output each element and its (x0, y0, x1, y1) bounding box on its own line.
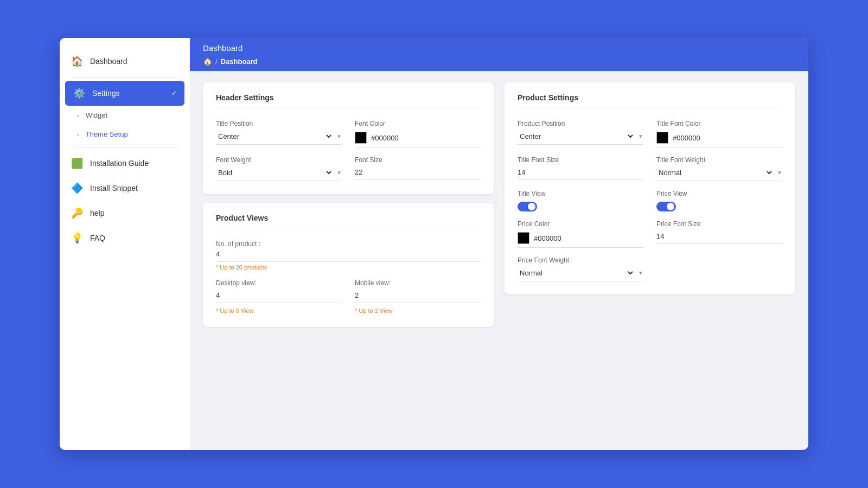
product-settings-title: Product Settings (518, 93, 782, 109)
price-color-control: #000000 (518, 232, 643, 248)
font-size-value: 22 (355, 168, 481, 180)
sidebar-item-installation-guide[interactable]: 🟩 Installation Guide (60, 151, 190, 176)
sidebar: 🏠 Dashboard ⚙️ Settings ✓ › Widget › The… (60, 38, 190, 450)
sidebar-installation-label: Installation Guide (90, 159, 149, 168)
mobile-view-group: Mobile view: 2 * Up to 2 View (355, 279, 481, 314)
desktop-view-label: Desktop view: (216, 279, 342, 287)
no-of-product-label: No. of product : (216, 240, 481, 248)
sidebar-snippet-label: Install Snippet (90, 184, 138, 192)
title-font-weight-group: Title Font Weight Normal Bold Light ▼ (656, 156, 782, 181)
title-font-color-group: Title Font Color #000000 (656, 120, 782, 147)
header-settings-form: Title Position Center Left Right ▼ (216, 120, 481, 181)
title-view-toggle-thumb (528, 203, 535, 210)
sidebar-item-help[interactable]: 🔑 help (60, 201, 190, 226)
mobile-view-value: 2 (355, 291, 481, 303)
sidebar-item-install-snippet[interactable]: 🔷 Install Snippet (60, 176, 190, 201)
product-position-group: Product Position Center Left Right ▼ (518, 120, 643, 147)
font-color-swatch[interactable] (355, 132, 367, 144)
title-font-color-control: #000000 (656, 132, 782, 147)
title-view-group: Title View (518, 190, 643, 211)
no-of-product-value: 4 (216, 250, 481, 262)
title-position-chevron-icon: ▼ (336, 133, 342, 139)
title-font-size-label: Title Font Size (518, 156, 643, 164)
title-view-toggle-track[interactable] (518, 202, 537, 211)
sidebar-item-dashboard[interactable]: 🏠 Dashboard (60, 49, 190, 74)
font-color-group: Font Color #000000 (355, 120, 481, 147)
sidebar-item-widget[interactable]: › Widget (60, 106, 190, 125)
main-content: Dashboard 🏠 / Dashboard Header Settings (190, 38, 808, 450)
font-color-label: Font Color (355, 120, 481, 127)
title-position-group: Title Position Center Left Right ▼ (216, 120, 342, 147)
settings-chevron-icon: ✓ (171, 89, 177, 97)
desktop-view-group: Desktop view: 4 * Up to 6 View (216, 279, 342, 314)
title-font-weight-select-wrapper: Normal Bold Light ▼ (656, 168, 782, 181)
sidebar-item-faq[interactable]: 💡 FAQ (60, 226, 190, 251)
theme-setup-arrow-icon: › (77, 131, 79, 138)
price-view-toggle-thumb (667, 203, 674, 210)
title-font-weight-chevron-icon: ▼ (777, 170, 782, 176)
title-view-toggle[interactable] (518, 202, 643, 211)
font-color-control: #000000 (355, 132, 481, 147)
font-weight-group: Font Weight Bold Normal Light ▼ (216, 156, 342, 181)
price-font-size-value: 14 (656, 232, 782, 244)
settings-icon: ⚙️ (73, 87, 86, 99)
price-color-swatch[interactable] (518, 232, 529, 244)
help-icon: 🔑 (71, 207, 84, 219)
price-font-size-label: Price Font Size (656, 220, 782, 228)
title-font-size-group: Title Font Size 14 (518, 156, 643, 181)
product-position-label: Product Position (518, 120, 643, 127)
price-color-group: Price Color #000000 (518, 220, 643, 248)
price-color-hex-value: #000000 (534, 234, 561, 242)
topbar: Dashboard 🏠 / Dashboard (190, 38, 808, 72)
product-position-chevron-icon: ▼ (638, 133, 643, 139)
title-font-color-swatch[interactable] (656, 132, 668, 144)
title-font-color-label: Title Font Color (656, 120, 782, 127)
font-color-hex-value: #000000 (371, 134, 399, 142)
no-of-product-hint: * Up to 20 products (216, 264, 481, 271)
sidebar-faq-label: FAQ (90, 234, 105, 242)
breadcrumb-home-icon: 🏠 (203, 57, 212, 66)
installation-icon: 🟩 (71, 157, 84, 169)
price-font-weight-select-wrapper: Normal Bold Light ▼ (518, 268, 643, 281)
title-font-weight-select[interactable]: Normal Bold Light (656, 168, 774, 177)
price-font-weight-label: Price Font Weight (518, 256, 643, 264)
sidebar-divider-1 (71, 77, 179, 78)
sidebar-theme-setup-label: Theme Setup (86, 130, 128, 138)
sidebar-dashboard-label: Dashboard (90, 57, 127, 66)
header-settings-title: Header Settings (216, 93, 481, 109)
price-color-label: Price Color (518, 220, 643, 228)
title-position-select[interactable]: Center Left Right (216, 132, 333, 141)
snippet-icon: 🔷 (71, 182, 84, 194)
price-view-toggle-track[interactable] (656, 202, 676, 211)
title-view-label: Title View (518, 190, 643, 197)
mobile-view-label: Mobile view: (355, 279, 481, 287)
right-column: Product Settings Product Position Center… (505, 82, 795, 439)
header-settings-card: Header Settings Title Position Center Le… (203, 82, 494, 194)
breadcrumb-current: Dashboard (221, 57, 258, 66)
font-weight-chevron-icon: ▼ (336, 170, 342, 176)
title-position-label: Title Position (216, 120, 342, 127)
topbar-title: Dashboard (203, 43, 795, 53)
house-icon: 🏠 (71, 55, 84, 67)
product-position-select[interactable]: Center Left Right (518, 132, 635, 141)
faq-icon: 💡 (71, 232, 84, 244)
widget-arrow-icon: › (77, 112, 79, 119)
font-size-group: Font Size 22 (355, 156, 481, 181)
price-font-size-group: Price Font Size 14 (656, 220, 782, 248)
price-view-toggle[interactable] (656, 202, 782, 211)
content-area: Header Settings Title Position Center Le… (190, 72, 808, 450)
desktop-mobile-grid: Desktop view: 4 * Up to 6 View Mobile vi… (216, 279, 481, 314)
sidebar-help-label: help (90, 209, 104, 217)
title-font-size-value: 14 (518, 168, 643, 180)
product-position-select-wrapper: Center Left Right ▼ (518, 132, 643, 145)
no-of-product-group: No. of product : 4 * Up to 20 products (216, 240, 481, 271)
price-font-weight-select[interactable]: Normal Bold Light (518, 268, 635, 278)
font-weight-select[interactable]: Bold Normal Light (216, 168, 333, 177)
sidebar-item-theme-setup[interactable]: › Theme Setup (60, 125, 190, 144)
mobile-view-hint: * Up to 2 View (355, 307, 481, 314)
desktop-view-value: 4 (216, 291, 342, 303)
font-weight-select-wrapper: Bold Normal Light ▼ (216, 168, 342, 181)
sidebar-item-settings[interactable]: ⚙️ Settings ✓ (65, 81, 184, 106)
price-view-group: Price View (656, 190, 782, 211)
breadcrumb: 🏠 / Dashboard (203, 57, 795, 71)
